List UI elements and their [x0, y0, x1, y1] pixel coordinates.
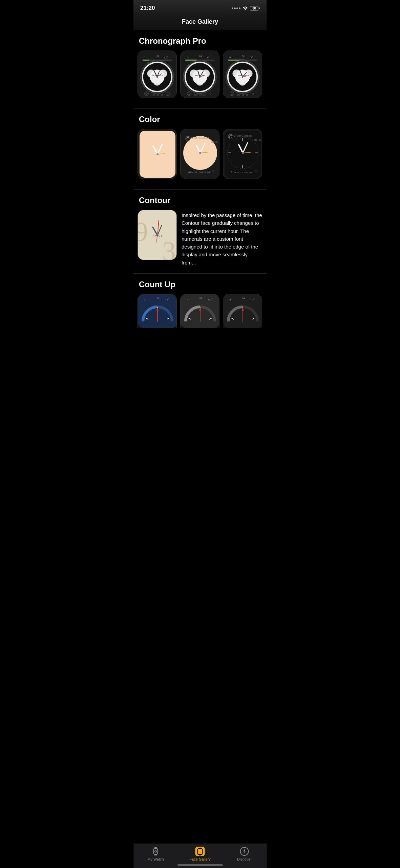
svg-point-99	[242, 152, 244, 154]
svg-point-62	[242, 76, 244, 78]
svg-text:64: 64	[157, 297, 160, 299]
section-count-up: Count Up 5 64 72°	[133, 274, 267, 338]
svg-text:5: 5	[187, 298, 188, 301]
svg-point-113	[156, 234, 159, 236]
watch-face-count-white: 5 64 72°	[181, 294, 219, 328]
content-area: Chronograph Pro 5 64 72°	[133, 30, 267, 365]
svg-text:64: 64	[242, 297, 245, 299]
svg-text:500 • 30 • 12: 500 • 30 • 12	[211, 141, 219, 143]
contour-content: 9 3 FRI 23 Inspired by the pas	[133, 210, 267, 267]
color-section: Color	[133, 108, 267, 189]
navigation-title: Face Gallery	[133, 14, 267, 30]
svg-text:72°: 72°	[249, 56, 253, 59]
svg-point-17	[156, 76, 158, 78]
watch-face-color-peach-dark: MINDFULNESS 500 • 30 • 12 ♪ TRY ME - JOR…	[181, 129, 219, 179]
chronograph-pro-section: Chronograph Pro 5 64 72°	[133, 30, 267, 108]
svg-text:64: 64	[156, 55, 159, 57]
wifi-icon	[243, 5, 248, 11]
svg-text:72°: 72°	[250, 298, 254, 301]
status-bar: 21:20 30	[133, 0, 267, 14]
svg-text:5: 5	[229, 56, 231, 59]
chronograph-pro-faces-grid: 5 64 72°	[133, 51, 267, 101]
color-faces-grid: MINDFULNESS 500 • 30 • 12 ♪ TRY ME - JOR…	[133, 129, 267, 182]
watch-face-color-plain	[138, 129, 177, 179]
svg-text:MINDFULNESS: MINDFULNESS	[191, 137, 209, 139]
count-face-gray[interactable]: 5 64 72°	[223, 294, 262, 328]
svg-text:⊙: ⊙	[209, 93, 211, 95]
svg-text:64: 64	[199, 297, 202, 299]
svg-text:⊙: ⊙	[167, 93, 169, 95]
watch-face-60second: 5 64 72° 60-SECOND	[181, 51, 219, 98]
section-title-color: Color	[133, 108, 267, 129]
face-card-60second[interactable]: 5 64 72° 60-SECOND	[180, 51, 219, 98]
svg-text:500 • 30 • 12: 500 • 30 • 12	[194, 94, 206, 96]
section-chronograph-pro: Chronograph Pro 5 64 72°	[133, 30, 267, 108]
face-card-tachymeter[interactable]: 5 64 72°	[138, 51, 177, 98]
section-title-count-up: Count Up	[133, 274, 267, 294]
svg-rect-28	[185, 60, 197, 61]
svg-text:5: 5	[187, 56, 188, 59]
watch-face-count-blue: 5 64 72°	[138, 294, 177, 328]
page-title: Face Gallery	[182, 18, 218, 25]
watch-face-tachymeter: 5 64 72°	[138, 51, 176, 98]
count-up-faces-grid: 5 64 72°	[133, 294, 267, 331]
svg-text:MINDFULNESS: MINDFULNESS	[234, 135, 252, 137]
svg-text:500 • 30 • 12: 500 • 30 • 12	[151, 94, 163, 96]
section-color: Color	[133, 108, 267, 189]
contour-section: Contour 9 3 FRI 23	[133, 190, 267, 273]
svg-text:♪: ♪	[231, 170, 232, 173]
svg-rect-5	[143, 60, 149, 61]
svg-text:72°: 72°	[165, 298, 169, 301]
svg-text:TRY ME - JORJA SM...: TRY ME - JORJA SM...	[232, 172, 253, 174]
count-face-blue[interactable]: 5 64 72°	[138, 294, 177, 328]
color-face-plain[interactable]	[138, 129, 177, 179]
watch-face-color-black: MINDFULNESS 500 • 30 • 12 ♪ TRY ME - JOR…	[223, 129, 262, 179]
svg-text:♡: ♡	[212, 170, 215, 173]
svg-text:TRY ME - JORJA SM...: TRY ME - JORJA SM...	[189, 171, 211, 174]
svg-text:5: 5	[144, 298, 146, 301]
svg-text:72°: 72°	[164, 56, 168, 59]
color-face-peach-dark[interactable]: MINDFULNESS 500 • 30 • 12 ♪ TRY ME - JOR…	[180, 129, 219, 179]
contour-face-card[interactable]: 9 3 FRI 23	[138, 210, 177, 260]
watch-face-count-gray: 5 64 72°	[223, 294, 262, 328]
section-title-contour: Contour	[133, 190, 267, 210]
svg-text:500 • 30 • 12: 500 • 30 • 12	[254, 139, 262, 141]
svg-text:3: 3	[162, 236, 176, 260]
face-card-30second[interactable]: 5 64 72° 30-SECOND	[223, 51, 262, 98]
section-contour: Contour 9 3 FRI 23	[133, 190, 267, 273]
watch-face-30second: 5 64 72° 30-SECOND	[223, 51, 262, 98]
signal-icon	[232, 7, 240, 9]
battery-icon: 30	[250, 6, 260, 11]
svg-text:5: 5	[144, 56, 146, 59]
count-up-section: Count Up 5 64 72°	[133, 274, 267, 338]
status-icons: 30	[232, 5, 260, 11]
svg-text:64: 64	[199, 55, 202, 57]
count-face-white[interactable]: 5 64 72°	[180, 294, 219, 328]
svg-text:72°: 72°	[208, 298, 212, 301]
svg-text:72°: 72°	[207, 56, 211, 59]
svg-text:5: 5	[229, 298, 231, 301]
section-title-chronograph-pro: Chronograph Pro	[133, 30, 267, 51]
contour-description: Inspired by the passage of time, the Con…	[182, 210, 262, 267]
svg-text:500 • 30 • 12: 500 • 30 • 12	[237, 94, 248, 96]
status-time: 21:20	[140, 5, 155, 12]
svg-text:⊙: ⊙	[252, 93, 254, 95]
svg-point-72	[156, 153, 159, 155]
svg-point-81	[199, 152, 201, 154]
svg-text:9: 9	[138, 217, 148, 246]
svg-text:64: 64	[242, 55, 245, 57]
color-face-black[interactable]: MINDFULNESS 500 • 30 • 12 ♪ TRY ME - JOR…	[223, 129, 262, 179]
svg-text:♡: ♡	[255, 170, 257, 173]
watch-face-contour: 9 3 FRI 23	[138, 210, 177, 260]
svg-point-40	[199, 76, 201, 78]
